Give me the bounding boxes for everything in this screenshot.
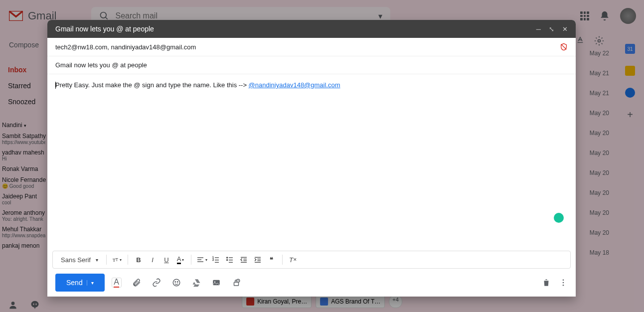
chat-contact[interactable]: pankaj menon (0, 240, 47, 251)
send-button[interactable]: Send ▾ (55, 274, 105, 292)
account-avatar[interactable] (620, 8, 636, 24)
indent-more-button[interactable] (252, 254, 263, 265)
chat-chip-more[interactable]: +4 (389, 295, 402, 308)
chat-chip[interactable]: Kiran Goyal, Pre… (242, 295, 312, 308)
settings-gear-icon[interactable] (594, 36, 604, 46)
notifications-icon[interactable] (599, 10, 610, 21)
bold-button[interactable]: B (133, 254, 144, 265)
subject-row[interactable]: Gmail now lets you @ at people (47, 56, 576, 74)
remove-formatting-button[interactable]: T✕ (288, 254, 299, 265)
person-icon[interactable] (8, 300, 18, 310)
close-icon[interactable]: ✕ (562, 25, 568, 33)
italic-button[interactable]: I (147, 254, 158, 265)
formatting-toolbar: Sans Serif ▾ тT▾ B I U A▾ ▾ 12 ❝ T✕ (52, 251, 571, 269)
text-color-button[interactable]: A▾ (175, 254, 186, 265)
compose-body[interactable]: Pretty Easy. Just make the @ sign and ty… (47, 74, 576, 251)
svg-point-2 (598, 40, 601, 42)
subject-text: Gmail now lets you @ at people (55, 61, 147, 69)
font-family-select[interactable]: Sans Serif ▾ (58, 256, 101, 264)
recipients-row[interactable]: tech2@nw18.com, nandiniyadav148@gmail.co… (47, 38, 576, 56)
body-text: Pretty Easy. Just make the @ sign and ty… (55, 81, 249, 89)
grammarly-icon[interactable] (554, 213, 564, 223)
svg-text:2: 2 (212, 259, 214, 261)
numbered-list-button[interactable]: 12 (210, 254, 221, 265)
google-apps-icon[interactable] (580, 11, 589, 20)
hangouts-chat-chips: Kiran Goyal, Pre…AGS Brand Of T…+4 (242, 295, 402, 308)
left-sidebar: Compose Inbox Starred Snoozed Nandini ▾ … (0, 32, 47, 312)
input-tools-icon[interactable] (576, 36, 584, 44)
compose-title: Gmail now lets you @ at people (55, 25, 154, 33)
confidential-mode-off-icon[interactable] (560, 43, 568, 51)
email-date: May 20 (590, 189, 609, 209)
insert-drive-icon[interactable] (191, 278, 201, 288)
email-date: May 21 (590, 90, 609, 110)
email-date: May 20 (590, 130, 609, 150)
svg-rect-30 (234, 282, 238, 286)
compose-header[interactable]: Gmail now lets you @ at people ─ ⤡ ✕ (47, 20, 576, 38)
insert-emoji-icon[interactable] (171, 278, 181, 288)
email-date: May 22 (590, 50, 609, 70)
svg-line-1 (106, 17, 108, 19)
compose-actions: Send ▾ A (47, 269, 576, 297)
chat-chip[interactable]: AGS Brand Of T… (316, 295, 385, 308)
email-date: May 20 (590, 169, 609, 189)
svg-point-12 (227, 257, 228, 258)
keep-icon[interactable] (625, 66, 635, 76)
bulleted-list-button[interactable] (224, 254, 235, 265)
email-date: May 21 (590, 70, 609, 90)
recipients-text: tech2@nw18.com, nandiniyadav148@gmail.co… (55, 43, 196, 51)
chat-contact[interactable]: Jerome anthonyYou: alright. Thank (0, 207, 47, 224)
chat-contact[interactable]: yadhav maheshHi (0, 147, 47, 163)
compose-button[interactable]: Compose (4, 36, 43, 54)
svg-point-26 (175, 282, 176, 283)
gmail-logo-icon (8, 10, 24, 22)
add-addon-icon[interactable]: + (625, 110, 635, 120)
chat-contact[interactable]: Sambit Satpathyhttps://www.youtube (0, 131, 47, 147)
discard-draft-icon[interactable] (542, 278, 551, 287)
search-icon (99, 11, 109, 21)
mention-link[interactable]: @nandiniyadav148@gmail.com (249, 81, 340, 89)
search-options-dropdown-icon[interactable]: ▾ (378, 11, 382, 21)
chevron-down-icon: ▾ (96, 257, 98, 263)
svg-point-3 (11, 302, 15, 305)
minimize-icon[interactable]: ─ (536, 25, 541, 33)
confidential-mode-icon[interactable] (231, 278, 241, 288)
search-input[interactable] (115, 11, 372, 20)
indent-less-button[interactable] (238, 254, 249, 265)
chat-contact[interactable]: Mehul Thakkarhttp://www.snapdea (0, 224, 47, 240)
nav-inbox[interactable]: Inbox (0, 62, 47, 78)
email-date: May 20 (590, 209, 609, 229)
svg-point-0 (101, 12, 107, 18)
insert-link-icon[interactable] (152, 278, 161, 288)
formatting-toggle-button[interactable]: A (112, 278, 122, 288)
attach-file-icon[interactable] (132, 278, 142, 288)
email-dates-column: May 22May 21May 21May 20May 20May 20May … (590, 50, 609, 269)
fullscreen-exit-icon[interactable]: ⤡ (549, 25, 554, 33)
hangouts-current-user[interactable]: Nandini ▾ (0, 120, 47, 131)
quote-button[interactable]: ❝ (266, 254, 277, 265)
underline-button[interactable]: U (161, 254, 172, 265)
hangouts-icon[interactable] (30, 300, 40, 310)
hangouts-footer (8, 300, 40, 310)
font-size-button[interactable]: тT▾ (112, 254, 123, 265)
svg-point-25 (173, 279, 180, 286)
svg-point-34 (563, 285, 564, 286)
tasks-icon[interactable] (625, 88, 635, 98)
svg-point-29 (214, 281, 215, 282)
align-button[interactable]: ▾ (196, 254, 207, 265)
insert-photo-icon[interactable] (211, 278, 221, 288)
svg-point-27 (177, 282, 178, 283)
email-date: May 18 (590, 249, 609, 269)
chat-contact[interactable]: Nicole Fernande😊 Good good (0, 174, 47, 191)
chat-contact[interactable]: Jaideep Pantcool (0, 191, 47, 207)
side-panel: 31 + (616, 32, 644, 312)
nav-starred[interactable]: Starred (0, 78, 47, 94)
calendar-icon[interactable]: 31 (625, 44, 635, 54)
send-options-caret-icon[interactable]: ▾ (87, 280, 94, 286)
compose-window: Gmail now lets you @ at people ─ ⤡ ✕ tec… (47, 20, 576, 297)
nav-snoozed[interactable]: Snoozed (0, 94, 47, 110)
svg-point-33 (563, 282, 564, 284)
chat-contact[interactable]: Ronak Varma (0, 163, 47, 174)
email-date: May 20 (590, 110, 609, 130)
more-options-icon[interactable] (559, 278, 568, 287)
